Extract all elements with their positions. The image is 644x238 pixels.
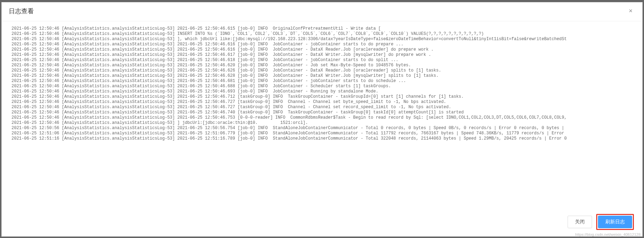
modal-header: 日志查看 × — [2, 2, 642, 18]
refresh-highlight: 刷新日志 — [596, 214, 634, 230]
close-icon[interactable]: × — [626, 6, 635, 16]
log-viewer-modal: 日志查看 × 2021-06-25 12:50:46 [AnalysisStat… — [1, 2, 643, 237]
modal-footer: 关闭 刷新日志 — [2, 208, 642, 236]
log-text: 2021-06-25 12:50:46 [AnalysisStatistics.… — [12, 26, 632, 141]
header-divider — [2, 21, 642, 21]
log-output-area[interactable]: 2021-06-25 12:50:46 [AnalysisStatistics.… — [12, 26, 632, 206]
refresh-log-button[interactable]: 刷新日志 — [598, 216, 632, 228]
modal-title: 日志查看 — [9, 7, 34, 15]
close-button[interactable]: 关闭 — [568, 216, 592, 228]
